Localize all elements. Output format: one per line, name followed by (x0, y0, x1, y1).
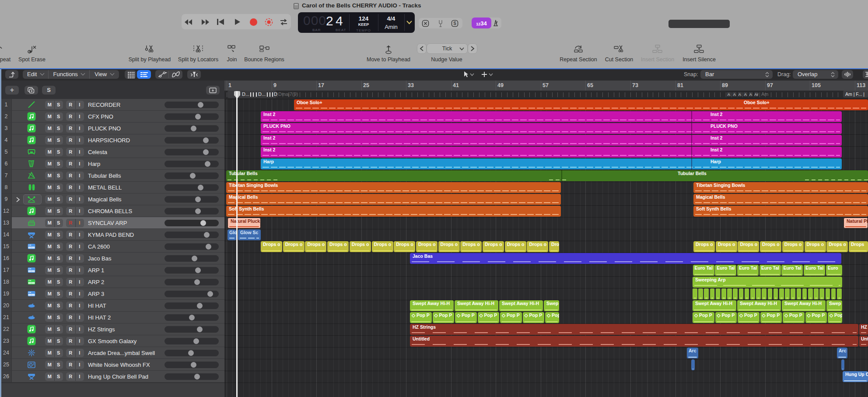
svg-text:S: S (453, 21, 456, 26)
